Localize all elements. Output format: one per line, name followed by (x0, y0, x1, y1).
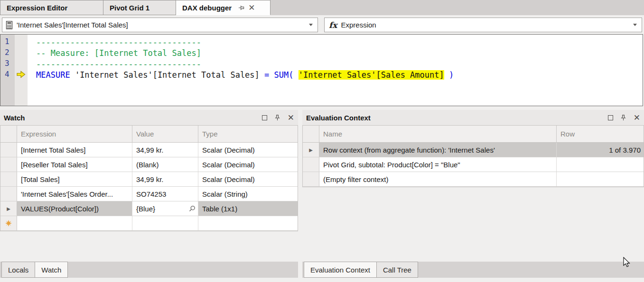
eval-row[interactable]: (Empty filter context) (303, 172, 644, 187)
context-row: 1 of 3.970 (557, 143, 644, 157)
measure-selector-combobox[interactable]: 'Internet Sales'[Internet Total Sales] (2, 18, 318, 32)
column-header-expression[interactable]: Expression (17, 126, 132, 142)
row-header[interactable] (0, 157, 17, 172)
watch-value-text: {Blue} (136, 205, 155, 213)
code-area[interactable]: ---------------------------------- -- Me… (28, 35, 643, 106)
expand-icon[interactable]: ▶ (309, 147, 313, 153)
code-reference: 'Internet Sales'[Internet Total Sales] (70, 70, 264, 80)
context-name[interactable]: (Empty filter context) (319, 172, 557, 186)
tab-label: Call Tree (383, 266, 411, 274)
fx-icon: fx (329, 20, 337, 30)
code-comment: ---------------------------------- (36, 37, 201, 47)
maximize-icon[interactable] (262, 115, 267, 120)
column-header-name[interactable]: Name (319, 126, 557, 142)
watch-row[interactable]: [Reseller Total Sales] (Blank) Scalar (D… (0, 157, 298, 172)
tab-dax-debugger[interactable]: DAX debugger ✕ (176, 0, 271, 15)
watch-row[interactable]: [Total Sales] 34,99 kr. Scalar (Decimal) (0, 172, 298, 187)
breakpoint-gutter[interactable] (15, 35, 28, 106)
expression-selector-value: Expression (341, 21, 633, 29)
row-header[interactable] (303, 157, 319, 172)
chevron-down-icon[interactable] (309, 24, 313, 26)
watch-new-row[interactable] (0, 216, 298, 231)
expand-icon[interactable]: ▶ (7, 206, 10, 211)
line-number-gutter: 1 2 3 4 (0, 35, 15, 106)
star-icon (5, 220, 12, 227)
toolbar: 'Internet Sales'[Internet Total Sales] f… (0, 17, 644, 33)
row-header[interactable]: ▶ (303, 143, 319, 157)
watch-row-selected[interactable]: ▶ VALUES(Product[Color]) {Blue} Table (1… (0, 201, 298, 216)
row-header-column (0, 126, 17, 142)
watch-value-editing[interactable]: {Blue} (132, 201, 198, 216)
watch-value[interactable]: SO74253 (132, 187, 198, 201)
tab-watch[interactable]: Watch (35, 262, 68, 278)
watch-titlebar[interactable]: Watch ✕ (0, 110, 298, 125)
tab-label: Locals (8, 266, 28, 274)
row-header[interactable] (0, 143, 17, 157)
line-number: 3 (0, 59, 15, 70)
evaluation-context-panel: Evaluation Context ✕ Name Row ▶ Row cont… (302, 110, 644, 280)
watch-type-empty (198, 216, 298, 230)
maximize-icon[interactable] (608, 115, 613, 120)
evaluation-context-grid: Name Row ▶ Row context (from aggregate f… (302, 125, 644, 187)
close-icon[interactable]: ✕ (248, 4, 255, 12)
watch-value-empty[interactable] (132, 216, 198, 230)
row-header-column (303, 126, 319, 142)
watch-type: Table (1x1) (198, 201, 298, 216)
column-header-type[interactable]: Type (198, 126, 298, 142)
watch-row[interactable]: [Internet Total Sales] 34,99 kr. Scalar … (0, 143, 298, 157)
eval-row[interactable]: Pivot Grid, subtotal: Product[Color] = "… (303, 157, 644, 172)
pin-icon[interactable] (274, 115, 280, 121)
magnifier-icon[interactable] (189, 205, 196, 212)
watch-panel: Watch ✕ Expression Value Type [Internet … (0, 110, 298, 280)
code-comment: ---------------------------------- (36, 59, 201, 69)
expression-selector-combobox[interactable]: fx Expression (324, 18, 642, 32)
row-header[interactable]: ▶ (0, 201, 17, 216)
row-header[interactable] (303, 172, 319, 186)
calculator-icon (6, 21, 13, 29)
current-statement-line: MEASURE 'Internet Sales'[Internet Total … (36, 70, 643, 81)
code-editor[interactable]: 1 2 3 4 --------------------------------… (0, 34, 643, 106)
watch-value[interactable]: (Blank) (132, 157, 198, 172)
watch-type: Scalar (Decimal) (198, 172, 298, 186)
panel-title: Watch (4, 114, 262, 122)
code-keyword: MEASURE (36, 70, 70, 80)
column-header-row[interactable]: Row (557, 126, 644, 142)
tab-evaluation-context[interactable]: Evaluation Context (304, 262, 377, 278)
watch-expression[interactable]: VALUES(Product[Color]) (17, 201, 132, 216)
row-header[interactable] (0, 172, 17, 186)
mouse-cursor (623, 257, 634, 270)
watch-expression[interactable]: [Total Sales] (17, 172, 132, 186)
tab-label: Pivot Grid 1 (110, 4, 149, 12)
watch-row[interactable]: 'Internet Sales'[Sales Order... SO74253 … (0, 187, 298, 201)
code-close-paren: ) (444, 70, 454, 80)
watch-expression[interactable]: [Internet Total Sales] (17, 143, 132, 157)
watch-value[interactable]: 34,99 kr. (132, 143, 198, 157)
eval-panel-tabstrip: Evaluation Context Call Tree (302, 262, 644, 278)
row-header[interactable] (0, 187, 17, 201)
context-name[interactable]: Pivot Grid, subtotal: Product[Color] = "… (319, 157, 557, 172)
pin-icon[interactable] (238, 5, 244, 11)
tab-pivot-grid-1[interactable]: Pivot Grid 1 (103, 0, 176, 15)
row-header[interactable] (0, 216, 17, 230)
line-number: 4 (0, 70, 15, 81)
watch-expression[interactable]: 'Internet Sales'[Sales Order... (17, 187, 132, 201)
eval-row-selected[interactable]: ▶ Row context (from aggregate function):… (303, 143, 644, 157)
context-row (557, 172, 644, 186)
watch-expression-empty[interactable] (17, 216, 132, 230)
highlighted-expression: 'Internet Sales'[Sales Amount] (299, 70, 444, 80)
close-icon[interactable]: ✕ (288, 114, 294, 122)
column-header-value[interactable]: Value (132, 126, 198, 142)
context-name[interactable]: Row context (from aggregate function): '… (319, 143, 557, 157)
panel-title: Evaluation Context (306, 114, 608, 122)
tab-expression-editor[interactable]: Expression Editor (0, 0, 103, 15)
document-tabstrip: Expression Editor Pivot Grid 1 DAX debug… (0, 0, 644, 15)
watch-expression[interactable]: [Reseller Total Sales] (17, 157, 132, 172)
evaluation-context-titlebar[interactable]: Evaluation Context ✕ (302, 110, 644, 125)
tab-call-tree[interactable]: Call Tree (377, 262, 418, 278)
context-row (557, 157, 644, 172)
pin-icon[interactable] (620, 115, 626, 121)
watch-value[interactable]: 34,99 kr. (132, 172, 198, 186)
chevron-down-icon[interactable] (633, 24, 637, 26)
close-icon[interactable]: ✕ (634, 114, 640, 122)
tab-locals[interactable]: Locals (1, 262, 35, 278)
